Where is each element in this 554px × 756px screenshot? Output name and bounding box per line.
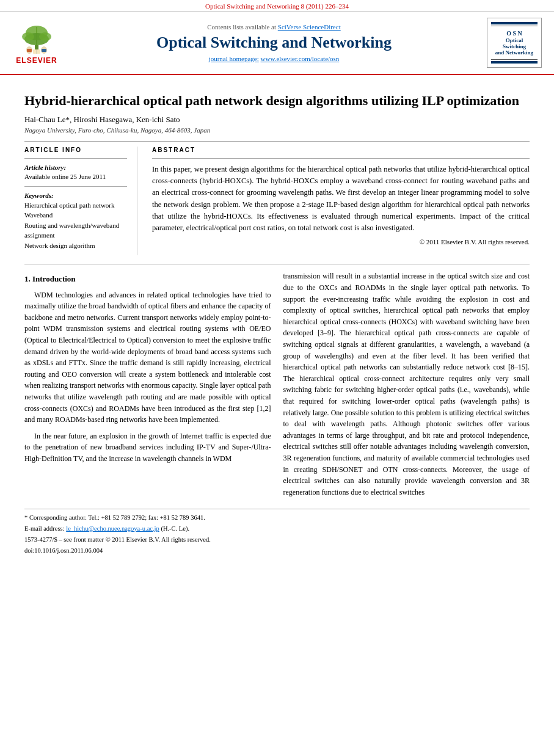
history-label: Article history: xyxy=(24,164,127,171)
divider-keywords xyxy=(24,186,127,187)
keyword-2: Waveband xyxy=(24,210,127,220)
authors-text: Hai-Chau Le*, Hiroshi Hasegawa, Ken-ichi… xyxy=(24,115,180,124)
journal-name: Optical Switching and Networking xyxy=(73,33,475,52)
body-para-1: WDM technologies and advances in related… xyxy=(24,289,271,426)
journal-title-center: Contents lists available at SciVerse Sci… xyxy=(73,23,475,62)
osn-abbrev: O S N xyxy=(490,30,539,37)
footnotes: * Corresponding author. Tel.: +81 52 789… xyxy=(24,509,530,555)
journal-ref-bar: Optical Switching and Networking 8 (2011… xyxy=(0,0,554,12)
footnote-star: * Corresponding author. Tel.: +81 52 789… xyxy=(24,513,530,523)
email-link[interactable]: le_hichu@echo.nuee.nagoya-u.ac.jp xyxy=(66,525,159,532)
elsevier-tree-icon xyxy=(15,21,59,54)
sciverse-link[interactable]: SciVerse ScienceDirect xyxy=(278,23,341,31)
journal-homepage: journal homepage: www.elsevier.com/locat… xyxy=(73,55,475,62)
keyword-3: Routing and wavelength/waveband assignme… xyxy=(24,220,127,241)
footnote-email: E-mail address: le_hichu@echo.nuee.nagoy… xyxy=(24,524,530,534)
body-para-2: In the near future, an explosion in the … xyxy=(24,431,271,465)
keywords-label: Keywords: xyxy=(24,192,127,199)
affiliation: Nagoya University, Furo-cho, Chikusa-ku,… xyxy=(24,126,530,134)
body-col-right: transmission will result in a substantia… xyxy=(283,271,530,503)
body-columns: 1. Introduction WDM technologies and adv… xyxy=(24,271,530,503)
svg-rect-9 xyxy=(42,49,46,52)
contents-available-text: Contents lists available at xyxy=(207,23,276,31)
osn-line3: Switching xyxy=(490,43,539,49)
abstract-copyright: © 2011 Elsevier B.V. All rights reserved… xyxy=(152,238,530,245)
available-online: Available online 25 June 2011 xyxy=(24,172,127,181)
osn-line4: and Networking xyxy=(490,49,539,56)
sciverse-line: Contents lists available at SciVerse Sci… xyxy=(73,23,475,31)
article-info-col: ARTICLE INFO Article history: Available … xyxy=(24,147,137,256)
footnote-star-text: * Corresponding author. Tel.: +81 52 789… xyxy=(24,514,205,521)
keywords-section: Keywords: Hierarchical optical path netw… xyxy=(24,192,127,251)
paper-body: Hybrid-hierarchical optical path network… xyxy=(0,75,554,562)
homepage-label: journal homepage: xyxy=(209,55,259,62)
article-history: Article history: Available online 25 Jun… xyxy=(24,164,127,181)
body-col-left: 1. Introduction WDM technologies and adv… xyxy=(24,271,271,503)
divider-abstract xyxy=(152,158,530,159)
journal-header: ELSEVIER Contents lists available at Sci… xyxy=(0,12,554,75)
article-info-abstract: ARTICLE INFO Article history: Available … xyxy=(24,147,530,256)
elsevier-label: ELSEVIER xyxy=(16,56,57,65)
keyword-1: Hierarchical optical path network xyxy=(24,200,127,211)
email-suffix: (H.-C. Le). xyxy=(161,525,189,532)
article-info-label: ARTICLE INFO xyxy=(24,147,127,153)
divider-1 xyxy=(24,141,530,142)
body-para-right-1: transmission will result in a substantia… xyxy=(283,271,530,498)
svg-point-5 xyxy=(39,32,51,41)
keyword-4: Network design algorithm xyxy=(24,241,127,251)
section1-heading: 1. Introduction xyxy=(24,273,271,285)
footnote-issn: 1573-4277/$ – see front matter © 2011 El… xyxy=(24,535,530,545)
abstract-col: ABSTRACT In this paper, we present desig… xyxy=(152,147,530,256)
abstract-text: In this paper, we present design algorit… xyxy=(152,164,530,234)
journal-ref-text: Optical Switching and Networking 8 (2011… xyxy=(205,2,349,10)
divider-body xyxy=(24,264,530,264)
svg-point-4 xyxy=(22,32,34,41)
abstract-label: ABSTRACT xyxy=(152,147,530,153)
divider-info xyxy=(24,158,127,159)
svg-rect-7 xyxy=(27,49,32,52)
footnote-doi: doi:10.1016/j.osn.2011.06.004 xyxy=(24,546,530,556)
keywords-list: Hierarchical optical path network Waveba… xyxy=(24,200,127,251)
osn-line2: Optical xyxy=(490,37,539,43)
authors: Hai-Chau Le*, Hiroshi Hasegawa, Ken-ichi… xyxy=(24,115,530,125)
homepage-link[interactable]: www.elsevier.com/locate/osn xyxy=(261,55,340,62)
elsevier-logo: ELSEVIER xyxy=(12,21,61,65)
osn-logo-box: O S N Optical Switching and Networking xyxy=(487,18,542,68)
email-label: E-mail address: xyxy=(24,525,65,532)
article-title: Hybrid-hierarchical optical path network… xyxy=(24,92,530,110)
